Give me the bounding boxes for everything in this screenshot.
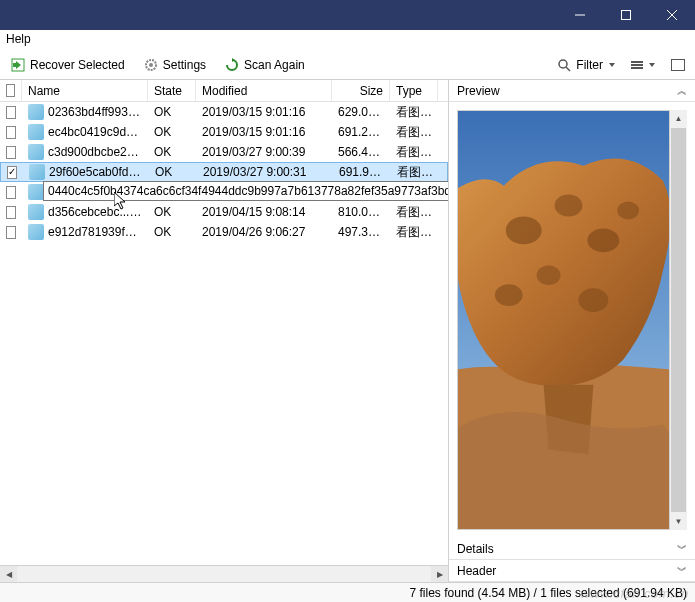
row-type: 看图王 JP <box>390 144 438 161</box>
maximize-button[interactable] <box>603 0 649 30</box>
row-size: 691.94 KB <box>333 165 391 179</box>
column-type[interactable]: Type <box>390 80 438 101</box>
view-mode-button[interactable] <box>627 59 659 71</box>
expand-icon: ︾ <box>677 564 687 578</box>
svg-line-8 <box>566 67 570 71</box>
svg-point-6 <box>149 63 153 67</box>
column-checkbox[interactable] <box>0 80 22 101</box>
table-row[interactable]: d356cebcebc...b...OK2019/04/15 9:08:1481… <box>0 202 448 222</box>
row-state: OK <box>148 105 196 119</box>
recover-label: Recover Selected <box>30 58 125 72</box>
filename-text: c3d900dbcbe2e0... <box>48 145 142 159</box>
scroll-left-arrow[interactable]: ◀ <box>0 566 17 583</box>
filename-text: 02363bd4ff9934a... <box>48 105 142 119</box>
filename-tooltip: 0440c4c5f0b4374ca6c6cf34f4944ddc9b997a7b… <box>43 181 448 201</box>
recover-icon <box>10 57 26 73</box>
row-type: 看图王 JP <box>390 204 438 221</box>
header-section-title: Header <box>457 564 496 578</box>
row-checkbox[interactable] <box>6 206 16 219</box>
row-type: 看图王 JP <box>391 164 439 181</box>
preview-header[interactable]: Preview ︽ <box>449 80 695 102</box>
row-checkbox[interactable] <box>6 106 16 119</box>
filename-text: e912d781939fd5... <box>48 225 142 239</box>
row-checkbox[interactable] <box>7 166 17 179</box>
table-row[interactable]: c3d900dbcbe2e0...OK2019/03/27 9:00:39566… <box>0 142 448 162</box>
row-checkbox[interactable] <box>6 186 16 199</box>
scroll-thumb[interactable] <box>671 128 686 512</box>
scroll-down-arrow[interactable]: ▼ <box>670 513 687 530</box>
row-state: OK <box>148 145 196 159</box>
row-size: 566.43 KB <box>332 145 390 159</box>
row-type: 看图王 JP <box>390 124 438 141</box>
titlebar <box>0 0 695 30</box>
panel-icon <box>671 59 685 71</box>
row-modified: 2019/03/15 9:01:16 <box>196 105 332 119</box>
chevron-down-icon <box>649 63 655 67</box>
preview-image <box>457 110 670 530</box>
row-checkbox[interactable] <box>6 146 16 159</box>
table-row[interactable]: e912d781939fd5...OK2019/04/26 9:06:27497… <box>0 222 448 242</box>
row-name: e912d781939fd5... <box>22 224 148 240</box>
preview-title: Preview <box>457 84 500 98</box>
row-checkbox[interactable] <box>6 126 16 139</box>
column-modified[interactable]: Modified <box>196 80 332 101</box>
list-header: Name State Modified Size Type <box>0 80 448 102</box>
row-modified: 2019/04/15 9:08:14 <box>196 205 332 219</box>
row-name: c3d900dbcbe2e0... <box>22 144 148 160</box>
list-icon <box>631 61 643 69</box>
svg-point-17 <box>617 202 639 220</box>
svg-point-7 <box>559 60 567 68</box>
table-row[interactable]: 02363bd4ff9934a...OK2019/03/15 9:01:1662… <box>0 102 448 122</box>
svg-point-16 <box>578 288 608 312</box>
filename-text: d356cebcebc...b... <box>48 205 142 219</box>
table-row[interactable]: ec4bc0419c9dce...OK2019/03/15 9:01:16691… <box>0 122 448 142</box>
column-name[interactable]: Name <box>22 80 148 101</box>
row-state: OK <box>148 225 196 239</box>
filter-label: Filter <box>576 58 603 72</box>
file-icon <box>28 104 44 120</box>
row-name: 02363bd4ff9934a... <box>22 104 148 120</box>
statusbar: 7 files found (4.54 MB) / 1 files select… <box>0 582 695 602</box>
preview-vertical-scrollbar[interactable]: ▲ ▼ <box>670 110 687 530</box>
row-size: 691.28 KB <box>332 125 390 139</box>
header-section-header[interactable]: Header ︾ <box>449 560 695 582</box>
file-icon <box>28 204 44 220</box>
scroll-track[interactable] <box>17 566 431 583</box>
column-size[interactable]: Size <box>332 80 390 101</box>
row-checkbox-cell <box>0 226 22 239</box>
row-state: OK <box>149 165 197 179</box>
row-checkbox-cell <box>0 206 22 219</box>
scroll-right-arrow[interactable]: ▶ <box>431 566 448 583</box>
filename-text: ec4bc0419c9dce... <box>48 125 142 139</box>
row-checkbox-cell <box>0 126 22 139</box>
column-state[interactable]: State <box>148 80 196 101</box>
file-icon <box>29 164 45 180</box>
details-header[interactable]: Details ︾ <box>449 538 695 560</box>
svg-point-13 <box>587 228 619 252</box>
minimize-button[interactable] <box>557 0 603 30</box>
panel-toggle-button[interactable] <box>667 57 689 73</box>
row-size: 629.06 KB <box>332 105 390 119</box>
row-name: ec4bc0419c9dce... <box>22 124 148 140</box>
status-text: 7 files found (4.54 MB) / 1 files select… <box>410 586 687 600</box>
scan-again-button[interactable]: Scan Again <box>220 55 309 75</box>
svg-point-11 <box>506 216 542 244</box>
close-button[interactable] <box>649 0 695 30</box>
scroll-up-arrow[interactable]: ▲ <box>670 110 687 127</box>
menu-help[interactable]: Help <box>6 32 31 46</box>
filter-button[interactable]: Filter <box>552 55 619 75</box>
file-icon <box>28 124 44 140</box>
scan-again-label: Scan Again <box>244 58 305 72</box>
row-checkbox[interactable] <box>6 226 16 239</box>
svg-point-15 <box>495 284 523 306</box>
select-all-checkbox[interactable] <box>6 84 15 97</box>
refresh-icon <box>224 57 240 73</box>
svg-rect-1 <box>622 11 631 20</box>
table-row[interactable]: 29f60e5cab0fdb...OK2019/03/27 9:00:31691… <box>0 162 448 182</box>
horizontal-scrollbar[interactable]: ◀ ▶ <box>0 565 448 582</box>
recover-selected-button[interactable]: Recover Selected <box>6 55 129 75</box>
settings-button[interactable]: Settings <box>139 55 210 75</box>
menubar: Help <box>0 30 695 50</box>
row-size: 497.37 KB <box>332 225 390 239</box>
file-icon <box>28 184 44 200</box>
